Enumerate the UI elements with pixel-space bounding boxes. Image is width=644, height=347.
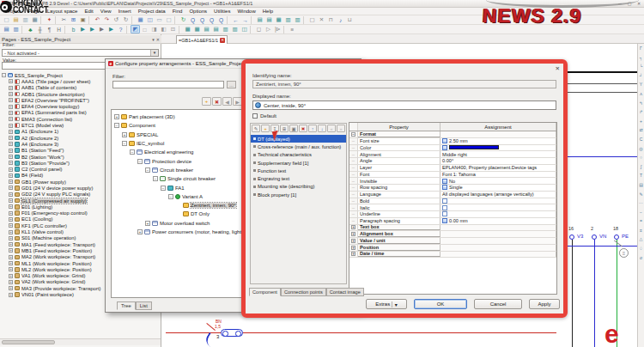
list-tool-button[interactable]: + [261,125,270,132]
pages-panel-header[interactable]: Pages - ESS_Sample_Project ▾ ✕ [0,35,161,44]
toolbar-icon[interactable]: ▤ [639,182,643,187]
tab-close-icon[interactable]: ✕ [220,38,225,43]
toolbar-icon[interactable]: △ [640,236,643,241]
expander-icon[interactable]: + [351,225,355,229]
property-table-row[interactable]: +Alignment box [349,231,556,238]
toolbar-icon[interactable]: □ [140,25,149,33]
property-table-row[interactable]: +Date / time [349,252,556,259]
list-tool-button[interactable]: ↑ [308,125,317,132]
toolbar-icon[interactable]: ↷ [102,15,112,24]
toolbar-icon[interactable]: ▶ [78,25,88,33]
toolbar-icon[interactable]: H [54,25,64,33]
property-table-row[interactable]: ┄Color [349,145,556,152]
assignment-cell[interactable] [440,204,556,210]
toolbar-icon[interactable]: ↱ [639,109,642,114]
property-list-item[interactable]: Technical characteristics [251,151,346,159]
assignment-cell[interactable]: 2.50 mm [440,138,556,144]
plug-connector-symbol[interactable] [221,329,243,337]
expander-icon[interactable]: + [9,161,13,165]
cfg-tool-button[interactable]: + [202,97,211,106]
toolbar-icon[interactable]: ≡ [288,25,297,33]
assignment-cell[interactable] [440,238,556,244]
assignment-cell[interactable]: EPLAN400, Property placement.Device tags [440,165,556,171]
toolbar-icon[interactable]: ▢ [164,15,173,24]
toolbar-icon[interactable]: ▥ [21,15,30,24]
property-table-row[interactable]: ┄Paragraph spacing0.00 mm [349,218,556,225]
tab-list[interactable]: List [136,301,152,310]
menu-edit[interactable]: Edit [81,9,96,14]
menu-insert[interactable]: Insert [115,9,135,14]
toolbar-icon[interactable]: ▢ [2,15,11,24]
expander-icon[interactable]: + [9,167,13,172]
expander-icon[interactable]: + [122,132,127,137]
expander-icon[interactable]: + [9,261,13,265]
property-table-row[interactable]: ┄Underline [349,211,556,218]
toolbar-icon[interactable]: ◩ [131,25,140,33]
assignment-cell[interactable]: Single [440,185,556,191]
expander-icon[interactable]: + [9,217,13,222]
assignment-cell[interactable]: 0.00° [440,158,556,164]
tab-component[interactable]: Component [249,288,281,296]
toolbar-icon[interactable]: ▦ [183,25,192,33]
apply-button[interactable]: Apply [529,299,560,309]
assignment-cell[interactable]: All displayed languages (arrange vertica… [440,192,556,198]
toolbar-icon[interactable]: Y [640,82,642,87]
assignment-cell[interactable]: Middle right [440,151,556,157]
cancel-button[interactable]: Cancel [474,299,522,309]
scrollbar-thumb[interactable] [2,340,55,344]
toolbar-icon[interactable]: ♢ [639,246,642,251]
toolbar-icon[interactable]: ▦ [136,15,145,24]
toolbar-icon[interactable]: ▶ [97,25,106,33]
property-column-header[interactable]: Property [358,123,440,131]
toolbar-icon[interactable]: ↻ [121,15,131,24]
toolbar-icon[interactable]: ↺ [112,15,121,24]
toolbar-icon[interactable]: ♣ [26,25,35,33]
toolbar-icon[interactable]: ▤ [211,25,221,33]
expander-icon[interactable]: + [9,286,13,290]
default-checkbox[interactable] [252,113,258,119]
toolbar-icon[interactable]: ◫ [145,15,155,24]
property-table-row[interactable]: ┄Italic [349,204,556,211]
expander-icon[interactable]: + [9,130,13,134]
toolbar-icon[interactable]: ⇄ [639,127,642,132]
assignment-cell[interactable] [440,198,556,204]
toolbar-icon[interactable]: ◎ [639,146,642,151]
menu-utilities[interactable]: Utilities [210,9,234,14]
toolbar-icon[interactable]: ⋏ [640,91,643,96]
toolbar-icon[interactable]: ╫ [35,25,45,33]
panel-menu-icon[interactable]: ▾ [152,37,155,42]
expander-icon[interactable]: + [9,117,13,121]
toolbar-icon[interactable]: ▥ [11,25,21,33]
expander-icon[interactable]: + [351,239,355,243]
expander-icon[interactable]: + [9,293,13,297]
toolbar-icon[interactable]: ▥ [283,15,293,24]
menu-project-data[interactable]: Project data [135,9,169,14]
toolbar-icon[interactable]: ┐ [640,55,643,60]
property-table-row[interactable]: ┄LanguageAll displayed languages (arrang… [349,192,556,198]
toolbar-icon[interactable]: ? [116,25,125,33]
expander-icon[interactable]: + [9,124,13,128]
assignment-column-header[interactable]: Assignment [440,123,556,131]
toolbar-icon[interactable]: Γ [640,46,642,51]
assignment-checkbox[interactable] [442,211,447,216]
assignment-checkbox[interactable] [442,198,447,204]
assignment-cell[interactable] [440,245,556,251]
toolbar-icon[interactable]: ▢ [307,15,317,24]
tab-connection-points[interactable]: Connection points [281,288,326,296]
property-list-item[interactable]: Engraving text [251,174,346,182]
toolbar-icon[interactable]: ◧ [159,25,168,33]
toolbar-icon[interactable]: ↻ [179,15,188,24]
expander-icon[interactable]: − [145,167,150,173]
toolbar-icon[interactable]: ↰ [639,100,642,106]
toolbar-icon[interactable]: ▶ [106,25,116,33]
toolbar-icon[interactable]: ▥ [293,15,302,24]
property-list-item[interactable]: Cross-reference (main / aux. function) [251,143,346,150]
assignment-cell[interactable] [440,131,556,137]
toolbar-icon[interactable]: ▤ [2,25,11,33]
property-table-row[interactable]: ┄Row spacingSingle [349,185,556,192]
toolbar-icon[interactable]: ▣ [78,15,88,24]
expander-icon[interactable]: + [114,114,119,119]
toolbar-icon[interactable]: ◫ [240,25,249,33]
expander-icon[interactable]: − [122,141,127,146]
property-list-item[interactable]: Supplementary field [1] [251,159,346,167]
